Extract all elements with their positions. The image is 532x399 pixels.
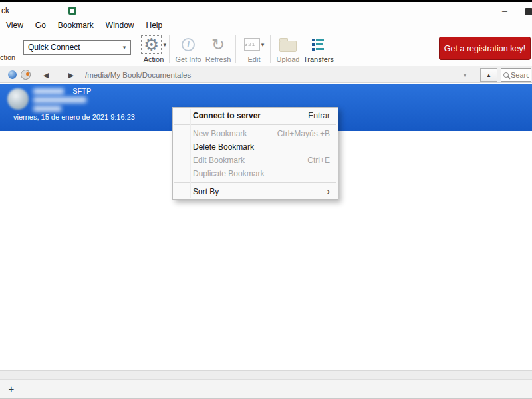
minimize-icon: ─ [502, 7, 507, 15]
quick-connect-value: Quick Connect [24, 43, 118, 52]
search-field[interactable] [501, 68, 531, 82]
context-item-delete-bookmark[interactable]: Delete Bookmark [173, 140, 338, 154]
shortcut-edit-bookmark: Ctrl+E [307, 156, 330, 165]
plus-icon: + [9, 383, 15, 394]
transfers-label: Transfers [303, 55, 334, 63]
bookmark-view-icon[interactable] [8, 70, 17, 79]
search-input[interactable] [511, 71, 529, 79]
context-item-new-bookmark: New Bookmark Ctrl+Mayús.+B [173, 127, 338, 140]
menu-bookmark[interactable]: Bookmark [52, 19, 100, 32]
menu-window[interactable]: Window [100, 19, 140, 32]
context-item-connect-to-server[interactable]: Connect to server Entrar [173, 109, 338, 122]
back-arrow-icon: ◀ [43, 71, 49, 80]
toolbar-separator [270, 35, 271, 63]
maximize-button[interactable] [517, 4, 532, 19]
shortcut-new-bookmark: Ctrl+Mayús.+B [277, 129, 330, 138]
chevron-down-icon: ▾ [163, 41, 166, 48]
chevron-down-icon: ▾ [118, 44, 130, 51]
bonjour-icon[interactable] [21, 70, 31, 80]
chevron-down-icon[interactable]: ▾ [459, 72, 471, 78]
refresh-icon: ↻ [211, 35, 225, 54]
bookmark-protocol: – SFTP [66, 87, 91, 95]
window-title: ck [1, 6, 9, 15]
path-field[interactable]: /media/My Book/Documentales ▾ [85, 68, 471, 82]
chevron-down-icon: ▾ [261, 41, 265, 48]
up-directory-button[interactable]: ▲ [480, 68, 497, 82]
open-connection-button-clipped[interactable]: ction [0, 53, 15, 61]
back-button[interactable]: ◀ [39, 69, 53, 81]
green-document-icon [68, 7, 76, 15]
folder-upload-icon [279, 41, 297, 52]
toolbar-separator [235, 35, 236, 63]
registration-key-button[interactable]: Get a registration key! [439, 37, 531, 60]
menu-bar: View Go Bookmark Window Help [0, 18, 532, 33]
menu-help[interactable]: Help [140, 19, 169, 32]
redacted-nickname [33, 88, 64, 94]
quick-connect-combobox[interactable]: Quick Connect ▾ [23, 40, 131, 55]
redacted-username [33, 106, 61, 112]
action-button[interactable]: ⚙ ▾ Action [135, 34, 172, 63]
shortcut-entrar: Entrar [308, 111, 330, 120]
refresh-button: ↻ Refresh [203, 34, 233, 63]
navigation-bar: ◀ ▶ /media/My Book/Documentales ▾ ▲ [0, 66, 532, 83]
context-menu-separator [174, 124, 336, 125]
context-item-duplicate-bookmark: Duplicate Bookmark [173, 167, 338, 180]
menu-view[interactable]: View [0, 19, 29, 32]
edit-label: Edit [248, 55, 261, 63]
title-bar: ck ─ [0, 2, 532, 18]
gear-icon: ⚙ [144, 35, 159, 55]
search-icon [503, 72, 509, 78]
submenu-arrow-icon: › [327, 188, 330, 196]
context-menu: Connect to server Entrar New Bookmark Ct… [172, 107, 338, 200]
refresh-label: Refresh [205, 55, 231, 63]
forward-arrow-icon: ▶ [68, 71, 74, 80]
info-icon: i [182, 38, 195, 51]
clapperboard-icon: 321 [244, 38, 260, 51]
registration-key-label: Get a registration key! [444, 44, 525, 53]
up-arrow-icon: ▲ [486, 72, 491, 78]
get-info-button: i Get Info [173, 34, 203, 63]
context-item-edit-bookmark: Edit Bookmark Ctrl+E [173, 154, 338, 167]
bookmark-timestamp: viernes, 15 de enero de 2021 9:16:23 [13, 113, 135, 121]
transfers-list-icon [312, 39, 325, 51]
redacted-hostname [33, 97, 86, 103]
transfers-button[interactable]: Transfers [301, 34, 336, 63]
add-bookmark-button[interactable]: + [5, 382, 17, 394]
bookmark-avatar-redacted [7, 88, 29, 110]
menu-go[interactable]: Go [29, 19, 52, 32]
upload-label: Upload [277, 55, 300, 63]
action-label: Action [144, 55, 164, 63]
upload-button: Upload [273, 34, 303, 63]
current-path: /media/My Book/Documentales [85, 71, 459, 79]
context-item-sort-by[interactable]: Sort By › [173, 185, 338, 198]
maximize-icon [525, 8, 532, 15]
edit-button: 321 ▾ Edit [239, 34, 269, 63]
minimize-button[interactable]: ─ [493, 4, 516, 19]
get-info-label: Get Info [175, 55, 201, 63]
bottom-toolbar: + [0, 380, 532, 399]
context-menu-separator [174, 182, 336, 183]
toolbar-separator [169, 35, 170, 63]
toolbar: ction Quick Connect ▾ ⚙ ▾ Action i Get I… [0, 33, 532, 66]
status-bar [0, 370, 532, 380]
forward-button[interactable]: ▶ [64, 69, 78, 81]
